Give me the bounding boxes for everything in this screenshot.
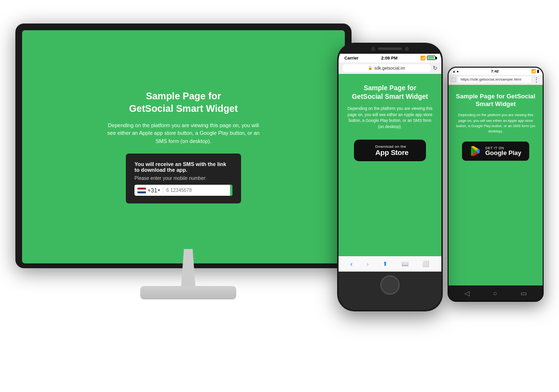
iphone-status-bar: Carrier 2:09 PM 📶 xyxy=(339,54,441,62)
iphone-status-icons: 📶 xyxy=(420,56,436,60)
android-menu-icon[interactable]: ⋮ xyxy=(533,76,540,83)
iphone-body: Carrier 2:09 PM 📶 🔒 sdk.getsocial.im xyxy=(337,43,443,311)
android-page-title: Sample Page for GetSocialSmart Widget xyxy=(456,93,535,109)
sms-widget-title: You will receive an SMS with the link to… xyxy=(134,161,232,173)
iphone-top-bar xyxy=(339,44,441,54)
iphone-time: 2:09 PM xyxy=(381,56,398,60)
android-signal-icon: ▮ xyxy=(537,69,539,73)
monitor-screen: Sample Page forGetSocial Smart Widget De… xyxy=(22,30,345,263)
monitor-desc: Depending on the platform you are viewin… xyxy=(107,121,260,145)
monitor-bezel: Sample Page forGetSocial Smart Widget De… xyxy=(15,24,352,268)
iphone-carrier: Carrier xyxy=(344,56,359,60)
android-url-bar[interactable]: https://sdk.getsocial.im/sample.html xyxy=(458,76,531,83)
share-icon[interactable]: ⬆ xyxy=(383,261,388,267)
tabs-icon[interactable]: ⬜ xyxy=(422,261,429,267)
android-nav-bar: ◁ ○ ▭ xyxy=(449,285,543,301)
phone-number-input[interactable] xyxy=(163,185,230,196)
dropdown-arrow-icon: ▾ xyxy=(158,188,160,192)
iphone-speaker xyxy=(378,48,402,50)
iphone-device: Carrier 2:09 PM 📶 🔒 sdk.getsocial.im xyxy=(337,43,443,311)
sms-flag-selector[interactable]: +31 ▾ xyxy=(134,187,163,194)
android-status-icons: 📶 ▮ xyxy=(531,69,539,73)
app-store-text: Download on the App Store xyxy=(376,144,409,157)
scene: Sample Page forGetSocial Smart Widget De… xyxy=(15,14,544,379)
battery-fill xyxy=(428,57,434,59)
desktop-monitor: Sample Page forGetSocial Smart Widget De… xyxy=(15,24,361,335)
iphone-camera-2 xyxy=(405,47,409,51)
iphone-bottom-toolbar: ‹ › ⬆ 📖 ⬜ xyxy=(339,256,441,272)
iphone-inner: Carrier 2:09 PM 📶 🔒 sdk.getsocial.im xyxy=(339,44,441,310)
google-play-button[interactable]: GET IT ON Google Play xyxy=(462,142,529,161)
android-address-bar[interactable]: ⬚ https://sdk.getsocial.im/sample.html ⋮ xyxy=(449,75,543,85)
android-inner: ▲ ● 7:42 📶 ▮ ⬚ https://sdk.getsocial.im/… xyxy=(449,68,543,301)
android-back-icon[interactable]: ◁ xyxy=(464,289,470,297)
bookmarks-icon[interactable]: 📖 xyxy=(401,261,409,267)
android-url-text: https://sdk.getsocial.im/sample.html xyxy=(461,77,521,82)
iphone-page-title: Sample Page forGetSocial Smart Widget xyxy=(352,83,428,101)
monitor-content: Sample Page forGetSocial Smart Widget De… xyxy=(107,90,260,204)
country-code: +31 xyxy=(147,187,157,194)
wifi-icon: 📶 xyxy=(420,56,425,60)
sms-widget: You will receive an SMS with the link to… xyxy=(126,154,241,203)
iphone-url-bar[interactable]: 🔒 sdk.getsocial.im xyxy=(342,64,431,72)
android-body: ▲ ● 7:42 📶 ▮ ⬚ https://sdk.getsocial.im/… xyxy=(448,67,544,302)
android-home-icon[interactable]: ○ xyxy=(493,289,497,297)
google-play-icon xyxy=(470,145,481,157)
lock-icon: 🔒 xyxy=(368,66,373,70)
android-recents-icon[interactable]: ▭ xyxy=(521,289,527,297)
android-screen: Sample Page for GetSocialSmart Widget De… xyxy=(449,85,543,285)
app-store-name-label: App Store xyxy=(376,149,409,157)
android-page-desc: Depending on the platform you are viewin… xyxy=(454,112,537,134)
iphone-url-text: sdk.getsocial.im xyxy=(374,66,405,71)
android-time: 7:42 xyxy=(491,69,499,73)
sms-input-row: +31 ▾ SEND xyxy=(134,185,232,196)
monitor-base xyxy=(140,286,236,299)
app-store-button[interactable]: Download on the App Store xyxy=(354,140,426,162)
battery-icon xyxy=(427,56,436,60)
reload-icon[interactable]: ↻ xyxy=(433,65,437,71)
android-tab-icon[interactable]: ⬚ xyxy=(451,77,456,82)
android-device: ▲ ● 7:42 📶 ▮ ⬚ https://sdk.getsocial.im/… xyxy=(448,67,544,302)
android-status-bar: ▲ ● 7:42 📶 ▮ xyxy=(449,68,543,75)
iphone-screen: Sample Page forGetSocial Smart Widget De… xyxy=(339,74,441,256)
iphone-page-desc: Depending on the platform you are viewin… xyxy=(345,106,435,130)
forward-icon[interactable]: › xyxy=(366,260,369,268)
iphone-address-bar[interactable]: 🔒 sdk.getsocial.im ↻ xyxy=(339,62,441,74)
iphone-camera xyxy=(371,47,375,51)
sms-widget-label: Please enter your mobile number: xyxy=(134,176,232,181)
monitor-title: Sample Page forGetSocial Smart Widget xyxy=(107,90,260,115)
google-play-text: GET IT ON Google Play xyxy=(485,146,521,156)
gp-name-label: Google Play xyxy=(485,150,521,156)
home-button[interactable] xyxy=(380,275,400,295)
send-sms-button[interactable]: SEND xyxy=(230,185,232,196)
back-icon[interactable]: ‹ xyxy=(350,260,352,268)
android-wifi-icon: 📶 xyxy=(531,69,536,73)
android-status-left: ▲ ● xyxy=(452,70,459,73)
iphone-home-area xyxy=(339,272,441,298)
netherlands-flag-icon xyxy=(137,188,146,193)
